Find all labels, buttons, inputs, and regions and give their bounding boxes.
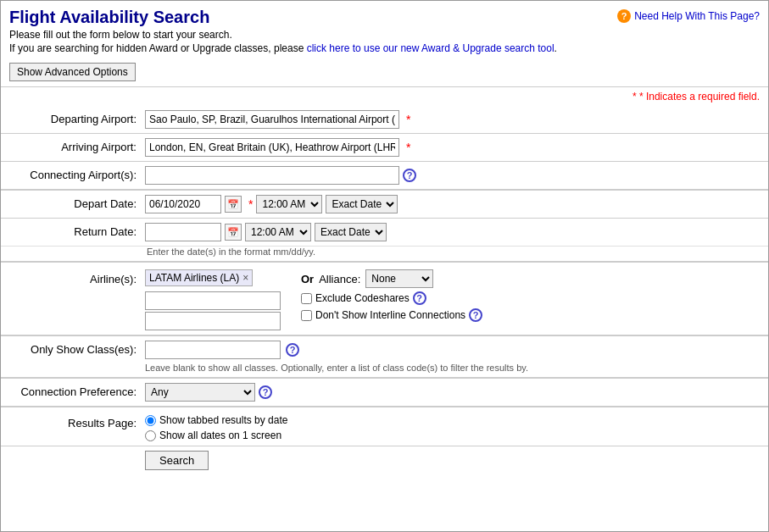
airline-tag-row: LATAM Airlines (LA) × — [145, 269, 281, 286]
only-show-classes-input[interactable] — [145, 341, 281, 359]
return-date-input[interactable] — [145, 223, 221, 241]
departing-airport-label: Departing Airport: — [9, 110, 145, 125]
airlines-controls: LATAM Airlines (LA) × Or Alliance: None — [145, 269, 760, 330]
arriving-required-star: * — [406, 141, 410, 154]
required-note-text: * Indicates a required field. — [639, 91, 760, 103]
no-interline-help-icon[interactable]: ? — [469, 308, 482, 322]
connecting-airport-input[interactable] — [145, 166, 399, 185]
return-date-label: Return Date: — [9, 223, 145, 238]
arriving-airport-row: Arriving Airport: * — [1, 134, 768, 162]
alliance-select[interactable]: None Star Alliance oneworld SkyTeam — [365, 269, 433, 288]
advanced-options-row: Show Advanced Options — [1, 58, 768, 86]
required-star-symbol: * — [632, 91, 637, 103]
depart-date-label: Depart Date: — [9, 195, 145, 210]
depart-calendar-icon[interactable]: 📅 — [225, 196, 242, 213]
departing-airport-row: Departing Airport: * — [1, 106, 768, 134]
subtitle: Please fill out the form below to start … — [9, 29, 760, 41]
depart-time-select[interactable]: 12:00 AM — [256, 195, 322, 213]
return-date-row: Return Date: 📅 12:00 AM Exact Date — [1, 219, 768, 247]
airlines-label: Airline(s): — [9, 269, 145, 285]
award-link[interactable]: click here to use our new Award & Upgrad… — [307, 42, 554, 54]
arriving-airport-label: Arriving Airport: — [9, 138, 145, 153]
return-time-select[interactable]: 12:00 AM — [245, 223, 311, 241]
or-label: Or — [301, 273, 314, 285]
results-option1-row: Show tabbed results by date — [145, 414, 287, 426]
search-button-row: Search — [1, 446, 768, 474]
alliance-section: Or Alliance: None Star Alliance oneworld… — [301, 269, 482, 322]
alliance-label-text: Alliance: — [319, 273, 360, 285]
form-section: * * Indicates a required field. Departin… — [1, 86, 768, 474]
only-show-classes-row: Only Show Class(es): ? Leave blank to sh… — [1, 336, 768, 379]
connecting-airport-controls: ? — [145, 166, 760, 185]
departing-airport-input[interactable] — [145, 110, 399, 129]
results-option1-label: Show tabbed results by date — [159, 414, 287, 426]
arriving-airport-controls: * — [145, 138, 760, 157]
only-show-classes-label: Only Show Class(es): — [9, 341, 145, 356]
only-show-classes-controls: ? Leave blank to show all classes. Optio… — [145, 341, 760, 373]
only-show-classes-help-icon[interactable]: ? — [286, 343, 299, 357]
results-option2-label: Show all dates on 1 screen — [159, 429, 281, 441]
connection-preference-help-icon[interactable]: ? — [259, 385, 272, 399]
return-date-type-select[interactable]: Exact Date — [315, 223, 387, 241]
page-wrapper: Flight Availability Search Please fill o… — [0, 0, 769, 532]
search-button[interactable]: Search — [145, 451, 209, 470]
exclude-codeshares-label: Exclude Codeshares — [315, 292, 410, 304]
award-line-text: If you are searching for hidden Award or… — [9, 42, 307, 54]
airline-remove-button[interactable]: × — [242, 272, 248, 284]
only-show-classes-note: Leave blank to show all classes. Optiona… — [145, 363, 528, 373]
connecting-help-icon[interactable]: ? — [403, 169, 416, 182]
depart-date-input[interactable] — [145, 195, 221, 213]
depart-date-controls: 📅 * 12:00 AM Exact Date — [145, 195, 760, 213]
connection-preference-select[interactable]: Any Non-stop only Direct only — [145, 383, 255, 402]
date-format-note-area: Enter the date(s) in the format mm/dd/yy… — [145, 247, 760, 257]
connection-preference-controls: Any Non-stop only Direct only ? — [145, 383, 760, 402]
airline-tag-text: LATAM Airlines (LA) — [149, 272, 239, 284]
airline-input-area: LATAM Airlines (LA) × — [145, 269, 281, 330]
depart-date-row: Depart Date: 📅 * 12:00 AM Exact Date — [1, 191, 768, 219]
airlines-row: Airline(s): LATAM Airlines (LA) × — [1, 263, 768, 336]
connecting-airport-label: Connecting Airport(s): — [9, 166, 145, 181]
connection-preference-label: Connection Preference: — [9, 383, 145, 398]
exclude-codeshares-row: Exclude Codeshares ? — [301, 291, 482, 305]
results-option2-radio[interactable] — [145, 430, 156, 441]
results-option1-radio[interactable] — [145, 415, 156, 426]
results-page-row: Results Page: Show tabbed results by dat… — [1, 407, 768, 446]
alliance-row: Or Alliance: None Star Alliance oneworld… — [301, 269, 482, 288]
award-line: If you are searching for hidden Award or… — [9, 42, 760, 54]
results-option2-row: Show all dates on 1 screen — [145, 429, 281, 441]
no-interline-row: Don't Show Interline Connections ? — [301, 308, 482, 322]
help-link-text: Need Help With This Page? — [634, 10, 760, 22]
depart-required-star: * — [248, 197, 253, 211]
airline-input-2[interactable] — [145, 312, 281, 330]
airline-input-1[interactable] — [145, 291, 281, 310]
arriving-airport-input[interactable] — [145, 138, 399, 157]
connection-preference-row: Connection Preference: Any Non-stop only… — [1, 379, 768, 407]
search-button-area: Search — [145, 451, 760, 470]
airline-tag: LATAM Airlines (LA) × — [145, 269, 253, 286]
return-calendar-icon[interactable]: 📅 — [225, 224, 242, 241]
exclude-codeshares-checkbox[interactable] — [301, 293, 312, 304]
no-interline-checkbox[interactable] — [301, 310, 312, 321]
required-note: * * Indicates a required field. — [1, 87, 768, 106]
departing-required-star: * — [406, 113, 410, 126]
date-format-row: Enter the date(s) in the format mm/dd/yy… — [1, 247, 768, 263]
exclude-codeshares-help-icon[interactable]: ? — [413, 291, 426, 305]
advanced-options-button[interactable]: Show Advanced Options — [9, 63, 136, 81]
depart-date-type-select[interactable]: Exact Date — [326, 195, 398, 213]
results-page-controls: Show tabbed results by date Show all dat… — [145, 414, 760, 441]
help-link[interactable]: ? Need Help With This Page? — [617, 9, 760, 23]
no-interline-label: Don't Show Interline Connections — [315, 309, 465, 321]
departing-airport-controls: * — [145, 110, 760, 129]
results-page-label: Results Page: — [9, 414, 145, 429]
only-show-classes-input-row: ? — [145, 341, 299, 359]
help-icon: ? — [617, 9, 631, 23]
return-date-controls: 📅 12:00 AM Exact Date — [145, 223, 760, 241]
header: Flight Availability Search Please fill o… — [1, 1, 768, 58]
date-format-note: Enter the date(s) in the format mm/dd/yy… — [147, 247, 315, 257]
connecting-airport-row: Connecting Airport(s): ? — [1, 162, 768, 191]
